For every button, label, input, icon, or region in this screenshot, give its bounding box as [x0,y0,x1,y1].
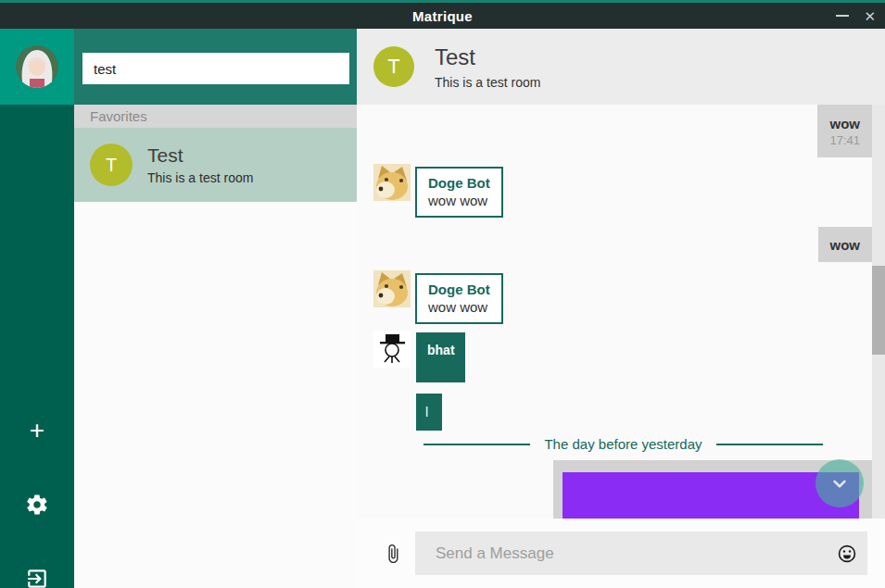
chat-header-texts: Test This is a test room [435,44,540,90]
incoming-message: bhat [416,332,465,382]
room-avatar: T [90,144,133,186]
room-texts: Test This is a test room [147,144,253,185]
room-topic: This is a test room [147,170,253,185]
chat-room-title: Test [435,44,540,70]
rail-user-section [0,29,74,105]
image-attachment[interactable] [563,472,859,519]
sender-name: Doge Bot [428,281,490,297]
divider-label: The day before yesterday [544,436,702,452]
paperclip-icon [383,542,403,566]
message-text: wow [830,116,861,131]
chat-room-subtitle: This is a test room [435,75,540,90]
logout-button[interactable] [0,567,74,588]
titlebar: Matrique ✕ [0,3,885,29]
message-timeline: wow 17:41 Doge Bo [357,105,885,519]
window-title: Matrique [412,8,473,24]
search-input[interactable] [82,53,349,84]
day-divider: The day before yesterday [424,436,823,452]
bhat-avatar [373,331,411,368]
chat-room-avatar: T [373,46,414,87]
message-timestamp: 17:41 [829,133,860,147]
gear-icon [25,493,49,517]
minimize-button[interactable] [836,15,849,17]
add-room-button[interactable]: + [0,418,74,444]
divider-line [424,444,530,445]
chevron-down-icon [828,471,852,495]
minimize-icon [836,15,849,17]
doge-avatar [373,270,411,307]
room-list-item-test[interactable]: T Test This is a test room [74,128,357,202]
search-section [74,29,357,105]
incoming-message: Doge Bot wow wow [415,167,503,218]
window-controls: ✕ [836,3,876,29]
composer-field [415,532,867,575]
settings-button[interactable] [0,493,74,517]
scrollbar-track[interactable] [872,105,885,519]
smiley-icon [837,544,857,564]
app-window: Matrique ✕ [0,0,885,588]
incoming-message: l [416,394,442,431]
left-rail: + [0,29,74,588]
outgoing-message: wow [818,227,873,262]
message-composer [357,519,885,588]
scrollbar-thumb[interactable] [872,266,885,355]
bhat-avatar-image [373,331,411,368]
scroll-to-bottom-button[interactable] [815,459,864,507]
doge-avatar [373,164,411,201]
exit-icon [25,567,49,588]
emoji-picker-button[interactable] [837,544,857,564]
message-text: wow wow [428,193,490,208]
user-avatar-image [16,45,58,88]
close-button[interactable]: ✕ [864,9,876,23]
main-content: + Favorites T Test This i [0,29,885,588]
plus-icon: + [30,418,44,444]
favorites-section-header: Favorites [74,105,357,128]
room-list-empty-area [74,202,357,588]
incoming-message: Doge Bot wow wow [415,273,503,324]
attach-file-button[interactable] [382,542,404,566]
sender-name: Doge Bot [428,175,490,191]
message-text: wow wow [428,299,490,315]
message-text: wow [830,237,861,253]
chat-panel: T Test This is a test room wow 17:41 [357,29,885,588]
doge-avatar-image [373,164,411,201]
user-avatar[interactable] [16,45,58,88]
doge-avatar-image [373,270,411,307]
outgoing-message: wow 17:41 [817,105,872,157]
room-list-panel: Favorites T Test This is a test room [74,29,357,588]
message-input[interactable] [415,532,867,575]
chat-header: T Test This is a test room [357,29,885,105]
room-name: Test [147,144,253,167]
divider-line [716,444,823,445]
